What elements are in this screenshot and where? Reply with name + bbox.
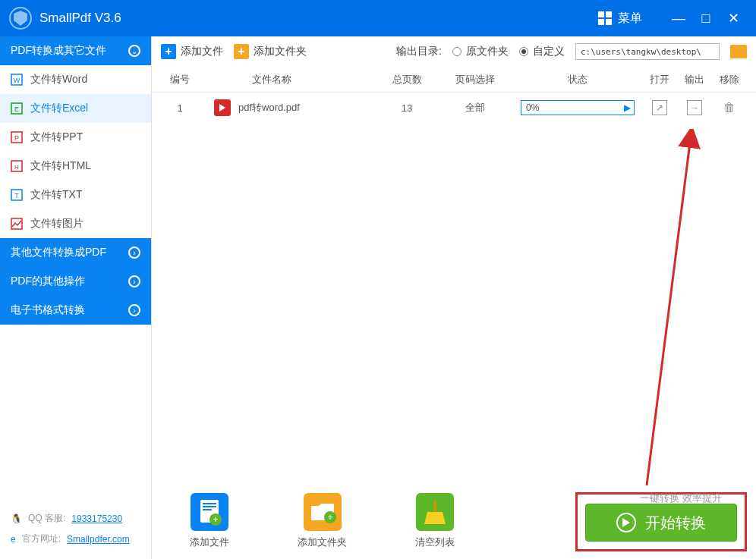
chevron-right-icon: › xyxy=(128,247,140,259)
th-sel: 页码选择 xyxy=(437,73,513,86)
chevron-right-icon: › xyxy=(128,275,140,287)
radio-source-folder[interactable]: 原文件夹 xyxy=(452,45,509,58)
toolbar: + 添加文件 + 添加文件夹 输出目录: 原文件夹 自定义 xyxy=(152,36,756,67)
sidebar-item-ppt[interactable]: P 文件转PPT xyxy=(0,123,151,152)
sidebar: PDF转换成其它文件 ⌄ W 文件转Word E 文件转Excel P 文件转P… xyxy=(0,36,152,559)
broom-icon xyxy=(416,493,454,531)
image-icon xyxy=(11,218,23,230)
bottom-bar: + 添加文件 + 添加文件夹 清空列表 一键转换 效率提升 xyxy=(152,483,756,559)
plus-icon: + xyxy=(161,44,176,59)
sidebar-footer: 🐧 QQ 客服: 1933175230 e 官方网址: Smallpdfer.c… xyxy=(0,497,151,559)
th-status: 状态 xyxy=(513,73,642,86)
close-button[interactable]: ✕ xyxy=(720,10,747,27)
th-num: 编号 xyxy=(161,73,199,86)
sidebar-category-pdf-ops[interactable]: PDF的其他操作 › xyxy=(0,267,151,296)
chevron-down-icon: ⌄ xyxy=(128,45,140,57)
bottom-add-folder-button[interactable]: + 添加文件夹 xyxy=(298,493,347,549)
svg-text:W: W xyxy=(14,77,20,84)
browse-folder-button[interactable] xyxy=(730,45,747,58)
svg-text:H: H xyxy=(14,164,19,171)
delete-button[interactable]: 🗑 xyxy=(723,101,736,114)
svg-text:+: + xyxy=(213,514,218,525)
svg-text:+: + xyxy=(327,512,332,523)
maximize-button[interactable]: □ xyxy=(692,11,720,27)
start-hint: 一键转换 效率提升 xyxy=(640,491,722,505)
sidebar-item-excel[interactable]: E 文件转Excel xyxy=(0,94,151,123)
table-row: 1 pdf转word.pdf 13 全部 0% ▶ ↗ → 🗑 xyxy=(152,93,756,123)
open-button[interactable]: ↗ xyxy=(652,100,667,115)
bottom-add-file-button[interactable]: + 添加文件 xyxy=(190,493,229,549)
th-open: 打开 xyxy=(642,73,677,86)
start-convert-button[interactable]: 开始转换 xyxy=(585,504,737,542)
annotation-arrow-icon xyxy=(624,129,715,493)
progress-bar[interactable]: 0% ▶ xyxy=(521,100,635,115)
file-add-icon: + xyxy=(191,493,228,531)
main-panel: + 添加文件 + 添加文件夹 输出目录: 原文件夹 自定义 编号 文件名称 总页… xyxy=(152,36,756,559)
site-link[interactable]: Smallpdfer.com xyxy=(67,534,130,545)
sidebar-item-word[interactable]: W 文件转Word xyxy=(0,65,151,94)
radio-custom-folder[interactable]: 自定义 xyxy=(519,45,565,58)
cell-page-select[interactable]: 全部 xyxy=(437,101,513,115)
qq-link[interactable]: 1933175230 xyxy=(71,513,122,524)
svg-text:T: T xyxy=(14,192,19,199)
add-file-button[interactable]: + 添加文件 xyxy=(161,44,223,59)
menu-button[interactable]: 菜单 xyxy=(598,11,642,27)
sidebar-category-ebook[interactable]: 电子书格式转换 › xyxy=(0,296,151,325)
svg-rect-15 xyxy=(203,509,212,510)
play-icon: ▶ xyxy=(624,102,631,113)
word-icon: W xyxy=(11,74,23,86)
cell-name: pdf转word.pdf xyxy=(199,99,376,116)
sidebar-item-image[interactable]: 文件转图片 xyxy=(0,209,151,238)
th-out: 输出 xyxy=(677,73,712,86)
html-icon: H xyxy=(11,160,23,172)
title-bar: SmallPdf V3.6 菜单 — □ ✕ xyxy=(0,0,756,36)
grid-icon xyxy=(598,11,612,25)
cell-status: 0% ▶ xyxy=(513,100,642,115)
play-circle-icon xyxy=(616,513,636,532)
ie-icon: e xyxy=(11,534,16,545)
svg-text:E: E xyxy=(14,105,19,113)
svg-text:P: P xyxy=(14,134,19,142)
table-header: 编号 文件名称 总页数 页码选择 状态 打开 输出 移除 xyxy=(152,67,756,93)
cell-pages: 13 xyxy=(376,102,437,114)
excel-icon: E xyxy=(11,102,23,115)
minimize-button[interactable]: — xyxy=(665,11,692,27)
qq-icon: 🐧 xyxy=(11,513,22,524)
add-folder-button[interactable]: + 添加文件夹 xyxy=(234,44,307,59)
th-pages: 总页数 xyxy=(376,73,437,86)
output-dir-label: 输出目录: xyxy=(396,45,442,58)
ppt-icon: P xyxy=(11,131,23,143)
chevron-right-icon: › xyxy=(128,304,140,316)
th-name: 文件名称 xyxy=(199,73,376,86)
output-button[interactable]: → xyxy=(687,100,702,115)
folder-add-icon: + xyxy=(304,493,342,531)
th-del: 移除 xyxy=(712,73,747,86)
svg-line-11 xyxy=(647,137,691,485)
output-path-input[interactable] xyxy=(575,43,720,60)
txt-icon: T xyxy=(11,189,23,201)
menu-label: 菜单 xyxy=(618,11,642,27)
sidebar-category-other-to-pdf[interactable]: 其他文件转换成PDF › xyxy=(0,238,151,267)
start-highlight-box: 一键转换 效率提升 开始转换 xyxy=(575,492,747,551)
bottom-clear-button[interactable]: 清空列表 xyxy=(415,493,455,549)
svg-rect-13 xyxy=(203,503,216,504)
sidebar-item-txt[interactable]: T 文件转TXT xyxy=(0,181,151,209)
plus-icon: + xyxy=(234,44,249,59)
sidebar-item-html[interactable]: H 文件转HTML xyxy=(0,152,151,181)
svg-rect-20 xyxy=(433,500,436,512)
svg-rect-14 xyxy=(203,506,216,507)
app-title: SmallPdf V3.6 xyxy=(39,11,598,26)
cell-num: 1 xyxy=(161,102,199,114)
app-logo-icon xyxy=(9,7,32,30)
pdf-icon xyxy=(214,99,231,116)
sidebar-category-pdf-to-other[interactable]: PDF转换成其它文件 ⌄ xyxy=(0,36,151,65)
